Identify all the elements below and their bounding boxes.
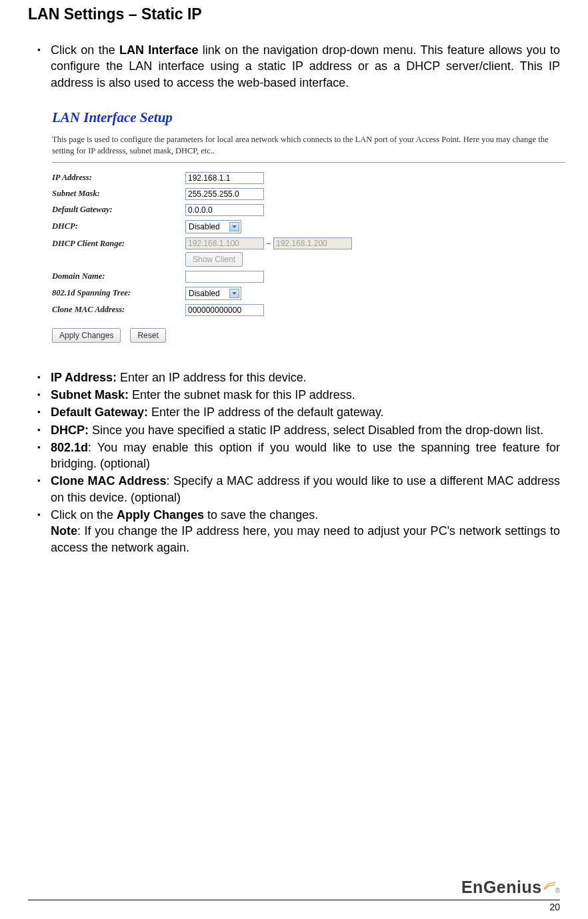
svg-marker-1 — [232, 292, 237, 295]
apply-b: Apply Changes — [117, 508, 204, 522]
note-b: Note — [51, 524, 77, 538]
list-item: Subnet Mask: Enter the subnet mask for t… — [28, 387, 560, 403]
default-gateway-input[interactable] — [185, 204, 264, 216]
dhcp-range-end-input — [273, 237, 352, 249]
page-number: 20 — [28, 900, 560, 912]
sub-b: Subnet Mask: — [51, 388, 129, 401]
note-t: : If you change the IP address here, you… — [51, 524, 560, 554]
chevron-down-icon — [229, 222, 239, 231]
spanning-tree-select[interactable]: Disabled — [185, 287, 241, 300]
gw-b: Default Gateway: — [51, 405, 148, 419]
divider — [52, 162, 565, 163]
intro-pre: Click on the — [51, 43, 119, 57]
svg-point-2 — [554, 882, 555, 883]
clone-mac-input[interactable] — [185, 304, 264, 316]
dhcp-value: Disabled — [189, 222, 220, 231]
ip-b: IP Address: — [51, 371, 117, 384]
range-dash: – — [267, 238, 271, 248]
list-item: DHCP: Since you have specified a static … — [28, 422, 560, 438]
subnet-mask-input[interactable] — [185, 188, 264, 200]
label-gateway: Default Gateway: — [52, 205, 185, 215]
page-footer: EnGenius ® 20 — [28, 878, 560, 912]
label-dhcp: DHCP: — [52, 221, 185, 231]
list-item: Default Gateway: Enter the IP address of… — [28, 404, 560, 420]
registered-icon: ® — [555, 887, 560, 894]
label-stp: 802.1d Spanning Tree: — [52, 288, 185, 298]
shot-desc: This page is used to configure the param… — [52, 134, 565, 157]
dhcp-t: Since you have specified a static IP add… — [89, 423, 543, 437]
dhcp-range-start-input — [185, 237, 264, 249]
dhcp-select[interactable]: Disabled — [185, 220, 241, 233]
list-item: Clone MAC Address: Specify a MAC address… — [28, 473, 560, 506]
chevron-down-icon — [229, 289, 239, 298]
apply-post: to save the changes. — [204, 508, 318, 522]
ip-address-input[interactable] — [185, 172, 264, 184]
label-domain: Domain Name: — [52, 271, 185, 281]
intro-bold: LAN Interface — [119, 43, 198, 57]
list-item: Click on the Apply Changes to save the c… — [28, 507, 560, 556]
field-desc-list: IP Address: Enter an IP address for this… — [28, 369, 560, 556]
shot-title: LAN Interface Setup — [52, 109, 565, 126]
label-subnet: Subnet Mask: — [52, 189, 185, 199]
show-client-button: Show Client — [185, 252, 243, 267]
gw-t: Enter the IP address of the default gate… — [148, 405, 384, 419]
clone-b: Clone MAC Address — [51, 474, 166, 488]
apply-pre: Click on the — [51, 508, 117, 522]
stp-value: Disabled — [189, 289, 220, 298]
reset-button[interactable]: Reset — [130, 328, 165, 343]
intro-item: Click on the LAN Interface link on the n… — [28, 42, 560, 91]
svg-marker-0 — [232, 225, 237, 228]
ip-t: Enter an IP address for this device. — [117, 371, 307, 384]
lan-interface-screenshot: LAN Interface Setup This page is used to… — [52, 107, 565, 343]
list-item: 802.1d: You may enable this option if yo… — [28, 439, 560, 472]
list-item: IP Address: Enter an IP address for this… — [28, 369, 560, 385]
label-range: DHCP Client Range: — [52, 237, 185, 249]
dhcp-b: DHCP: — [51, 423, 89, 437]
intro-list: Click on the LAN Interface link on the n… — [28, 42, 560, 91]
label-ip: IP Address: — [52, 173, 185, 183]
stp-t: : You may enable this option if you woul… — [51, 441, 560, 470]
label-clone: Clone MAC Address: — [52, 305, 185, 315]
apply-changes-button[interactable]: Apply Changes — [52, 328, 121, 343]
page-title: LAN Settings – Static IP — [28, 0, 560, 23]
domain-name-input[interactable] — [185, 271, 264, 283]
brand-swoosh-icon — [543, 881, 555, 893]
stp-b: 802.1d — [51, 441, 88, 454]
sub-t: Enter the subnet mask for this IP addres… — [129, 388, 355, 401]
brand-logo: EnGenius ® — [461, 878, 560, 897]
brand-text: EnGenius — [461, 878, 542, 897]
